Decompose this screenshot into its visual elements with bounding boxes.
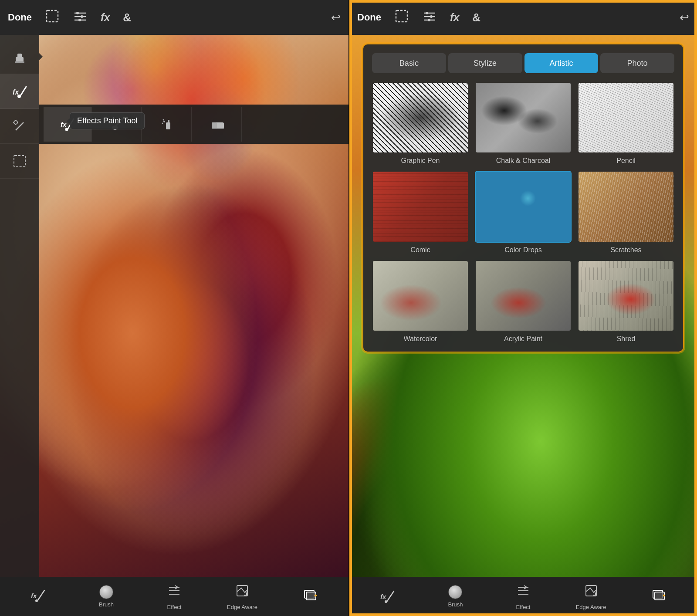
done-button-left[interactable]: Done: [8, 12, 32, 23]
selection-tool[interactable]: [0, 144, 39, 179]
svg-point-14: [14, 121, 17, 124]
layers-icon-left: [302, 587, 318, 606]
tab-stylize[interactable]: Stylize: [448, 53, 522, 73]
adjust-icon-right[interactable]: [422, 9, 437, 27]
svg-rect-5: [81, 15, 83, 18]
effect-label-right: Effect: [516, 604, 530, 610]
svg-rect-0: [47, 10, 58, 22]
filter-thumb-graphic-pen: [372, 82, 469, 153]
stamp-tool[interactable]: [0, 39, 39, 74]
filter-thumb-chalk: [475, 82, 572, 153]
brush-circle-icon-right: [448, 585, 462, 599]
fx-brush-icon-left: fx: [30, 588, 46, 603]
edge-aware-icon-left: [234, 583, 250, 602]
filter-thumb-color-drops: [475, 171, 572, 242]
undo-icon-left[interactable]: ↩: [331, 11, 341, 24]
filter-label-scratches: Scratches: [610, 246, 641, 254]
svg-rect-48: [426, 12, 428, 14]
fx-brush-bottom-left[interactable]: fx: [21, 588, 56, 606]
filter-item-watercolor[interactable]: Watercolor: [372, 260, 469, 343]
filter-panel: Basic Stylize Artistic Photo Graphic Pen…: [362, 44, 684, 352]
svg-rect-31: [212, 122, 217, 129]
tab-artistic[interactable]: Artistic: [524, 53, 599, 73]
effect-bottom-right[interactable]: Effect: [506, 583, 541, 610]
filter-tabs: Basic Stylize Artistic Photo: [372, 53, 674, 73]
left-toolbar: Done fx & ↩: [0, 0, 348, 35]
filter-item-color-drops[interactable]: Color Drops: [475, 171, 572, 254]
fx-brush-bottom-right[interactable]: fx: [370, 589, 405, 604]
bottom-toolbar-left: fx Brush Effect: [0, 577, 348, 616]
edge-aware-label-left: Edge Aware: [227, 604, 257, 610]
filter-label-graphic-pen: Graphic Pen: [401, 157, 440, 165]
svg-point-27: [163, 121, 165, 122]
layers-icon-right: [651, 587, 667, 606]
svg-point-12: [17, 95, 21, 98]
svg-rect-19: [14, 156, 25, 167]
filter-label-watercolor: Watercolor: [404, 335, 437, 343]
undo-icon-right[interactable]: ↩: [680, 11, 689, 24]
fx-icon-left[interactable]: fx: [101, 11, 110, 24]
tab-basic[interactable]: Basic: [372, 53, 446, 73]
svg-text:fx: fx: [61, 121, 67, 128]
filter-label-comic: Comic: [410, 246, 430, 254]
eraser-sub[interactable]: [194, 107, 242, 142]
filter-item-shred[interactable]: Shred: [578, 260, 674, 343]
effect-icon-right: [515, 583, 531, 602]
edge-aware-label-right: Edge Aware: [576, 604, 606, 610]
brush-label-right: Brush: [448, 601, 463, 608]
svg-line-52: [387, 591, 394, 602]
svg-point-22: [65, 128, 68, 131]
blend-icon-right[interactable]: &: [472, 11, 480, 24]
brush-bottom-right[interactable]: Brush: [438, 585, 473, 608]
svg-rect-44: [396, 10, 407, 22]
tooltip-effects-paint: Effects Paint Tool: [70, 112, 145, 129]
filter-label-acrylic: Acrylic Paint: [504, 335, 542, 343]
svg-text:fx: fx: [31, 592, 37, 599]
filter-label-chalk: Chalk & Charcoal: [496, 157, 551, 165]
filter-item-scratches[interactable]: Scratches: [578, 171, 674, 254]
filter-item-graphic-pen[interactable]: Graphic Pen: [372, 82, 469, 165]
svg-rect-9: [15, 61, 24, 63]
spray-sub[interactable]: [144, 107, 192, 142]
filter-thumb-comic: [372, 171, 469, 242]
side-toolbar-left: fx: [0, 35, 39, 577]
marquee-icon-left[interactable]: [45, 9, 60, 27]
svg-rect-26: [168, 120, 169, 123]
layers-bottom-left[interactable]: [293, 587, 328, 606]
svg-rect-4: [76, 12, 79, 14]
svg-line-34: [37, 590, 44, 601]
filter-item-chalk[interactable]: Chalk & Charcoal: [475, 82, 572, 165]
svg-point-53: [385, 600, 387, 603]
svg-rect-50: [428, 19, 430, 21]
svg-rect-8: [17, 54, 22, 58]
filter-item-acrylic[interactable]: Acrylic Paint: [475, 260, 572, 343]
tab-photo[interactable]: Photo: [600, 53, 674, 73]
filter-label-shred: Shred: [617, 335, 636, 343]
edge-aware-bottom-left[interactable]: Edge Aware: [225, 583, 260, 610]
edge-aware-bottom-right[interactable]: Edge Aware: [574, 583, 609, 610]
svg-point-28: [162, 123, 163, 124]
right-toolbar: Done fx & ↩: [349, 0, 697, 35]
svg-point-29: [162, 119, 164, 121]
brush-label-left: Brush: [99, 601, 114, 608]
marquee-icon-right[interactable]: [394, 9, 409, 27]
filter-item-comic[interactable]: Comic: [372, 171, 469, 254]
layers-bottom-right[interactable]: [641, 587, 676, 606]
effect-bottom-left[interactable]: Effect: [157, 583, 192, 610]
fx-brush-tool[interactable]: fx: [0, 74, 39, 109]
filter-thumb-watercolor: [372, 260, 469, 332]
filter-thumb-pencil: [578, 82, 674, 153]
svg-text:fx: fx: [13, 88, 19, 96]
bottom-toolbar-right: fx Brush Effect: [349, 577, 697, 616]
done-button-right[interactable]: Done: [357, 12, 381, 23]
blend-icon-left[interactable]: &: [123, 11, 131, 24]
svg-rect-25: [166, 122, 170, 129]
adjust-icon-left[interactable]: [73, 9, 88, 27]
filter-item-pencil[interactable]: Pencil: [578, 82, 674, 165]
svg-rect-49: [430, 15, 433, 18]
fx-icon-right[interactable]: fx: [450, 11, 459, 24]
effect-label-left: Effect: [167, 604, 181, 610]
magic-wand-tool[interactable]: [0, 109, 39, 144]
filter-thumb-shred: [578, 260, 674, 332]
brush-bottom-left[interactable]: Brush: [89, 585, 124, 608]
